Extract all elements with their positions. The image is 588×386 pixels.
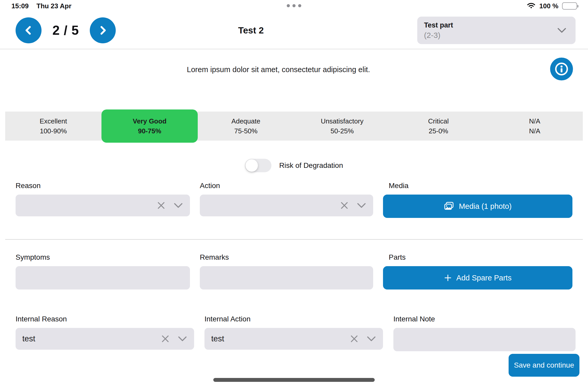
- test-description: Lorem ipsum dolor sit amet, consectetur …: [0, 65, 588, 74]
- internal-reason-clear-button[interactable]: [161, 334, 170, 343]
- chevron-down-icon: [173, 202, 183, 209]
- parts-button-label: Add Spare Parts: [456, 274, 512, 282]
- toggle-knob: [245, 159, 258, 172]
- home-indicator[interactable]: [213, 378, 375, 382]
- clear-x-icon: [340, 201, 349, 210]
- step-counter: 2 / 5: [52, 23, 79, 38]
- date: Thu 23 Apr: [37, 2, 72, 10]
- chevron-down-icon: [177, 336, 187, 342]
- info-icon: [554, 61, 569, 77]
- header: 2 / 5 Test 2 Test part (2-3): [0, 12, 588, 49]
- internal-reason-label: Internal Reason: [16, 315, 194, 323]
- internal-action-select[interactable]: test: [204, 328, 383, 350]
- battery-icon: [562, 2, 577, 10]
- action-field-group: Action: [200, 182, 373, 218]
- rating-option-very-good[interactable]: Very Good 90-75%: [101, 109, 198, 143]
- rating-range: 25-0%: [429, 127, 448, 135]
- parts-label: Parts: [383, 253, 572, 261]
- footer-actions: Save and continue: [0, 354, 588, 377]
- chevron-right-icon: [98, 25, 108, 36]
- add-spare-parts-button[interactable]: Add Spare Parts: [383, 266, 572, 290]
- test-part-dropdown[interactable]: Test part (2-3): [417, 17, 576, 44]
- clear-x-icon: [161, 334, 170, 343]
- form-row-2: Symptoms Remarks Parts Add Spare Parts: [0, 253, 588, 290]
- action-label: Action: [200, 182, 373, 190]
- chevron-down-icon: [366, 336, 376, 342]
- test-part-value: (2-3): [424, 31, 557, 40]
- remarks-label: Remarks: [200, 253, 373, 261]
- remarks-field-group: Remarks: [200, 253, 373, 290]
- rating-option-unsatisfactory[interactable]: Unsatisfactory 50-25%: [294, 112, 390, 141]
- photos-icon: [444, 202, 454, 211]
- form-row-1: Reason Action: [0, 182, 588, 218]
- rating-label: Excellent: [40, 117, 67, 125]
- rating-label: N/A: [529, 117, 540, 125]
- plus-icon: [444, 274, 452, 282]
- chevron-down-icon: [557, 27, 567, 33]
- media-label: Media: [383, 182, 572, 190]
- action-clear-button[interactable]: [340, 201, 349, 210]
- save-and-continue-button[interactable]: Save and continue: [509, 354, 579, 377]
- multitasking-dots-icon: [287, 4, 301, 7]
- clear-x-icon: [157, 201, 166, 210]
- rating-label: Very Good: [133, 117, 166, 125]
- internal-action-clear-button[interactable]: [350, 334, 359, 343]
- reason-dropdown-button[interactable]: [173, 202, 183, 209]
- rating-range: 90-75%: [138, 127, 161, 135]
- rating-option-adequate[interactable]: Adequate 75-50%: [198, 112, 294, 141]
- section-divider: [5, 239, 583, 240]
- page-title: Test 2: [116, 25, 417, 36]
- description-section: Lorem ipsum dolor sit amet, consectetur …: [0, 49, 588, 95]
- clock: 15:09: [11, 2, 29, 10]
- chevron-left-icon: [23, 25, 34, 36]
- rating-label: Unsatisfactory: [321, 117, 364, 125]
- risk-of-degradation-toggle[interactable]: [245, 159, 271, 172]
- risk-toggle-label: Risk of Degradation: [279, 161, 343, 170]
- internal-reason-select[interactable]: test: [16, 328, 194, 350]
- wifi-icon: [527, 3, 536, 9]
- internal-note-input[interactable]: [393, 328, 576, 351]
- rating-option-na[interactable]: N/A N/A: [487, 112, 583, 141]
- internal-reason-value: test: [22, 334, 161, 343]
- rating-label: Critical: [428, 117, 449, 125]
- rating-range: 75-50%: [234, 127, 258, 135]
- rating-range: 50-25%: [331, 127, 354, 135]
- chevron-down-icon: [357, 202, 366, 209]
- internal-reason-field-group: Internal Reason test: [16, 315, 194, 351]
- internal-note-label: Internal Note: [393, 315, 576, 323]
- internal-reason-dropdown-button[interactable]: [177, 336, 187, 342]
- rating-bar: Excellent 100-90% Very Good 90-75% Adequ…: [5, 112, 583, 141]
- symptoms-field-group: Symptoms: [16, 253, 190, 290]
- reason-clear-button[interactable]: [157, 201, 166, 210]
- reason-field-group: Reason: [16, 182, 190, 218]
- clear-x-icon: [350, 334, 359, 343]
- internal-note-field-group: Internal Note: [393, 315, 576, 351]
- previous-test-button[interactable]: [16, 17, 42, 43]
- reason-label: Reason: [16, 182, 190, 190]
- rating-range: N/A: [529, 127, 540, 135]
- rating-option-excellent[interactable]: Excellent 100-90%: [5, 112, 101, 141]
- form-row-3: Internal Reason test Internal Action tes…: [0, 315, 588, 351]
- parts-field-group: Parts Add Spare Parts: [383, 253, 572, 290]
- symptoms-input[interactable]: [16, 266, 190, 290]
- internal-action-label: Internal Action: [204, 315, 383, 323]
- internal-action-value: test: [211, 334, 350, 343]
- next-test-button[interactable]: [90, 17, 116, 43]
- internal-action-field-group: Internal Action test: [204, 315, 383, 351]
- media-button[interactable]: Media (1 photo): [383, 195, 572, 218]
- action-dropdown-button[interactable]: [357, 202, 366, 209]
- status-bar: 15:09 Thu 23 Apr 100 %: [0, 0, 588, 12]
- action-select[interactable]: [200, 195, 373, 216]
- rating-label: Adequate: [231, 117, 260, 125]
- reason-select[interactable]: [16, 195, 190, 216]
- battery-percentage: 100 %: [539, 2, 558, 10]
- media-button-label: Media (1 photo): [459, 202, 511, 211]
- rating-range: 100-90%: [40, 127, 67, 135]
- rating-option-critical[interactable]: Critical 25-0%: [390, 112, 487, 141]
- test-part-label: Test part: [424, 21, 557, 29]
- internal-action-dropdown-button[interactable]: [366, 336, 376, 342]
- symptoms-label: Symptoms: [16, 253, 190, 261]
- remarks-input[interactable]: [200, 266, 373, 290]
- media-field-group: Media Media (1 photo): [383, 182, 572, 218]
- info-button[interactable]: [550, 58, 573, 80]
